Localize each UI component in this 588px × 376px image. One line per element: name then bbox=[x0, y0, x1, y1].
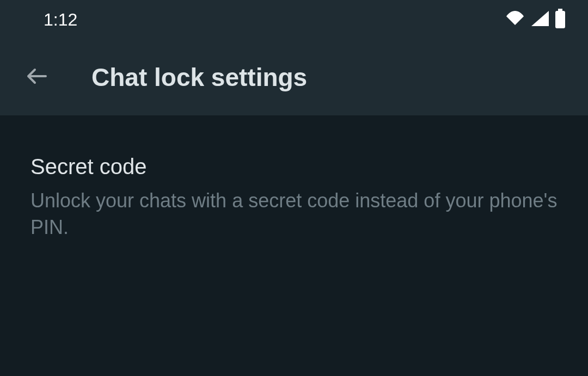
content-area: Secret code Unlock your chats with a sec… bbox=[0, 115, 588, 241]
svg-rect-0 bbox=[558, 9, 562, 11]
arrow-left-icon bbox=[24, 63, 50, 91]
cellular-icon bbox=[530, 10, 550, 29]
secret-code-setting[interactable]: Secret code Unlock your chats with a sec… bbox=[30, 155, 558, 241]
page-title: Chat lock settings bbox=[91, 63, 307, 92]
status-time: 1:12 bbox=[44, 10, 77, 30]
setting-title: Secret code bbox=[30, 155, 558, 179]
back-button[interactable] bbox=[22, 62, 52, 93]
battery-icon bbox=[554, 9, 566, 30]
status-icons bbox=[504, 9, 566, 30]
status-bar: 1:12 bbox=[0, 0, 588, 39]
svg-rect-1 bbox=[555, 11, 565, 28]
wifi-icon bbox=[504, 10, 526, 29]
setting-description: Unlock your chats with a secret code ins… bbox=[30, 188, 558, 241]
app-bar: Chat lock settings bbox=[0, 39, 588, 115]
